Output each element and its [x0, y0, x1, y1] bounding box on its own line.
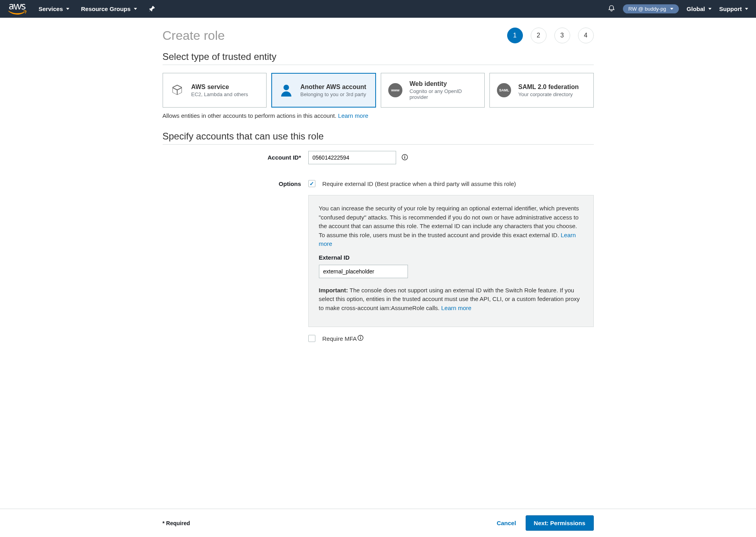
entity-card-saml[interactable]: SAML SAML 2.0 federation Your corporate … — [489, 73, 593, 108]
pin-icon[interactable] — [149, 5, 155, 13]
nav-services[interactable]: Services — [39, 6, 69, 12]
require-mfa-checkbox[interactable] — [308, 335, 315, 342]
account-id-label: Account ID* — [163, 151, 308, 161]
entity-description: Allows entities in other accounts to per… — [163, 112, 594, 119]
svg-rect-3 — [404, 157, 405, 159]
require-external-id-label: Require external ID (Best practice when … — [322, 180, 516, 187]
nav-resource-groups-label: Resource Groups — [81, 6, 131, 12]
svg-point-0 — [284, 85, 289, 90]
bell-icon[interactable] — [608, 5, 615, 13]
cube-icon — [169, 82, 185, 98]
section-accounts-title: Specify accounts that can use this role — [163, 131, 594, 145]
top-nav: Services Resource Groups RW @ buddy-pg G… — [0, 0, 756, 18]
info-icon[interactable] — [402, 154, 408, 162]
info-text: You can increase the security of your ro… — [319, 204, 583, 249]
nav-region[interactable]: Global — [687, 6, 712, 12]
entity-sub: Cognito or any OpenID provider — [410, 88, 478, 100]
require-mfa-label: Require MFA — [322, 335, 364, 342]
external-id-label: External ID — [319, 254, 583, 261]
entity-card-aws-service[interactable]: AWS service EC2, Lambda and others — [163, 73, 267, 108]
external-id-input[interactable] — [319, 265, 408, 278]
chevron-down-icon — [745, 8, 748, 10]
step-4[interactable]: 4 — [578, 28, 594, 43]
step-3[interactable]: 3 — [554, 28, 570, 43]
nav-support[interactable]: Support — [719, 6, 749, 12]
chevron-down-icon — [134, 8, 137, 10]
entity-title: Web identity — [410, 80, 478, 87]
nav-resource-groups[interactable]: Resource Groups — [81, 6, 137, 12]
learn-more-link[interactable]: Learn more — [338, 112, 369, 119]
person-icon — [278, 82, 294, 98]
entity-title: SAML 2.0 federation — [518, 84, 579, 91]
entity-sub: EC2, Lambda and others — [191, 91, 248, 97]
require-external-id-checkbox[interactable] — [308, 180, 315, 187]
mfa-row: Require MFA — [308, 335, 594, 342]
entity-title: Another AWS account — [300, 84, 366, 91]
account-menu[interactable]: RW @ buddy-pg — [623, 4, 679, 13]
options-label: Options — [163, 180, 308, 187]
info-icon[interactable] — [358, 335, 363, 341]
entity-sub: Your corporate directory — [518, 91, 579, 97]
nav-services-label: Services — [39, 6, 63, 12]
account-id-input[interactable] — [308, 151, 396, 164]
main-content: Create role 1 2 3 4 Select type of trust… — [163, 18, 594, 373]
svg-point-2 — [404, 155, 405, 156]
step-1[interactable]: 1 — [507, 28, 523, 43]
svg-rect-6 — [360, 338, 361, 340]
entity-cards: AWS service EC2, Lambda and others Anoth… — [163, 73, 594, 108]
page-title: Create role — [163, 28, 225, 43]
www-icon: www — [387, 82, 403, 98]
entity-title: AWS service — [191, 84, 248, 91]
step-2[interactable]: 2 — [531, 28, 547, 43]
aws-logo[interactable] — [8, 4, 27, 15]
chevron-down-icon — [708, 8, 712, 10]
chevron-down-icon — [670, 8, 673, 10]
entity-sub: Belonging to you or 3rd party — [300, 91, 366, 97]
chevron-down-icon — [66, 8, 69, 10]
learn-more-link[interactable]: Learn more — [441, 305, 471, 311]
entity-card-web-identity[interactable]: www Web identity Cognito or any OpenID p… — [381, 73, 485, 108]
section-entity-title: Select type of trusted entity — [163, 51, 594, 65]
external-id-info-panel: You can increase the security of your ro… — [308, 195, 594, 327]
important-note: Important: The console does not support … — [319, 286, 583, 313]
nav-support-label: Support — [719, 6, 742, 12]
svg-point-5 — [360, 336, 361, 337]
saml-icon: SAML — [496, 82, 512, 98]
nav-region-label: Global — [687, 6, 705, 12]
entity-card-another-account[interactable]: Another AWS account Belonging to you or … — [271, 73, 376, 108]
account-label: RW @ buddy-pg — [628, 6, 666, 12]
wizard-steps: 1 2 3 4 — [507, 28, 594, 43]
